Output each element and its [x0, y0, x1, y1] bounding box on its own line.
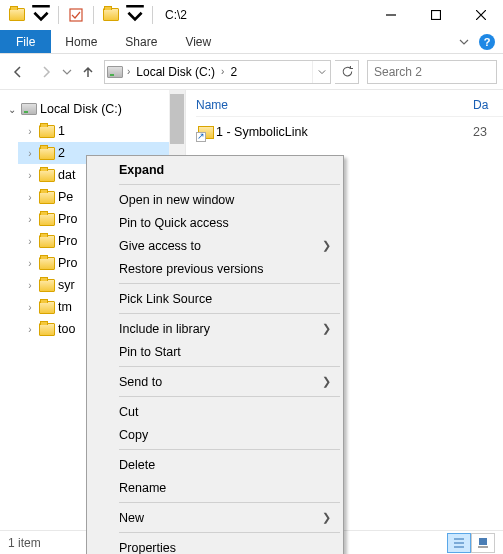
svg-rect-0	[70, 9, 82, 21]
tree-root[interactable]: ⌄ Local Disk (C:)	[0, 98, 185, 120]
chevron-right-icon[interactable]: ›	[24, 302, 36, 313]
scrollbar-thumb[interactable]	[170, 94, 184, 144]
menu-include-library[interactable]: Include in library❯	[89, 317, 341, 340]
tree-item-label: Pe	[58, 190, 73, 204]
menu-restore-versions[interactable]: Restore previous versions	[89, 257, 341, 280]
breadcrumb-folder[interactable]: 2	[226, 61, 241, 83]
file-tab[interactable]: File	[0, 30, 51, 53]
tab-share[interactable]: Share	[111, 30, 171, 53]
menu-separator	[119, 184, 340, 185]
search-box[interactable]	[367, 60, 497, 84]
menu-expand[interactable]: Expand	[89, 158, 341, 181]
chevron-right-icon[interactable]: ›	[125, 66, 132, 77]
menu-separator	[119, 366, 340, 367]
refresh-button[interactable]	[335, 60, 359, 84]
forward-button[interactable]	[34, 60, 58, 84]
ribbon-expand-icon[interactable]	[455, 33, 473, 51]
menu-separator	[119, 502, 340, 503]
menu-give-access[interactable]: Give access to❯	[89, 234, 341, 257]
file-item[interactable]: 1 - SymbolicLink23	[196, 121, 503, 143]
qat-customize-icon[interactable]	[124, 4, 146, 26]
menu-delete[interactable]: Delete	[89, 453, 341, 476]
tree-item-label: dat	[58, 168, 75, 182]
folder-icon	[38, 323, 56, 336]
menu-rename[interactable]: Rename	[89, 476, 341, 499]
chevron-right-icon[interactable]: ›	[24, 236, 36, 247]
minimize-button[interactable]	[368, 0, 413, 30]
menu-cut[interactable]: Cut	[89, 400, 341, 423]
chevron-right-icon[interactable]: ›	[24, 258, 36, 269]
item-count: 1 item	[8, 536, 41, 550]
tree-item-label: tm	[58, 300, 72, 314]
menu-pin-start[interactable]: Pin to Start	[89, 340, 341, 363]
context-menu: Expand Open in new window Pin to Quick a…	[86, 155, 344, 554]
window-controls	[368, 0, 503, 30]
separator	[152, 6, 153, 24]
tree-item-label: syr	[58, 278, 75, 292]
breadcrumb-drive[interactable]: Local Disk (C:)	[132, 61, 219, 83]
chevron-down-icon[interactable]: ⌄	[6, 104, 18, 115]
search-input[interactable]	[372, 64, 503, 80]
menu-open-new-window[interactable]: Open in new window	[89, 188, 341, 211]
menu-copy[interactable]: Copy	[89, 423, 341, 446]
view-toggles	[447, 533, 495, 553]
tree-item-label: 2	[58, 146, 65, 160]
menu-send-to[interactable]: Send to❯	[89, 370, 341, 393]
folder-icon	[38, 125, 56, 138]
tree-item-label: Pro	[58, 234, 77, 248]
recent-locations-icon[interactable]	[62, 60, 72, 84]
menu-pick-link-source[interactable]: Pick Link Source	[89, 287, 341, 310]
menu-pin-quick-access[interactable]: Pin to Quick access	[89, 211, 341, 234]
file-name: 1 - SymbolicLink	[216, 125, 473, 139]
tree-item[interactable]: ›1	[18, 120, 185, 142]
close-button[interactable]	[458, 0, 503, 30]
address-bar[interactable]: › Local Disk (C:) › 2	[104, 60, 331, 84]
app-icon[interactable]	[6, 4, 28, 26]
chevron-right-icon[interactable]: ›	[24, 148, 36, 159]
quick-access-toolbar	[0, 4, 157, 26]
maximize-button[interactable]	[413, 0, 458, 30]
title-bar: C:\2	[0, 0, 503, 30]
details-view-button[interactable]	[447, 533, 471, 553]
tab-view[interactable]: View	[171, 30, 225, 53]
tab-home[interactable]: Home	[51, 30, 111, 53]
column-name[interactable]: Name	[196, 98, 473, 112]
window-title: C:\2	[165, 8, 187, 22]
properties-icon[interactable]	[65, 4, 87, 26]
address-dropdown-icon[interactable]	[312, 61, 330, 83]
menu-separator	[119, 283, 340, 284]
ribbon-tabs: File Home Share View ?	[0, 30, 503, 54]
chevron-right-icon[interactable]: ›	[24, 170, 36, 181]
file-date: 23	[473, 125, 503, 139]
chevron-right-icon[interactable]: ›	[24, 280, 36, 291]
up-button[interactable]	[76, 60, 100, 84]
new-folder-icon[interactable]	[100, 4, 122, 26]
separator	[93, 6, 94, 24]
chevron-right-icon[interactable]: ›	[24, 192, 36, 203]
menu-separator	[119, 532, 340, 533]
menu-properties[interactable]: Properties	[89, 536, 341, 554]
large-icons-view-button[interactable]	[471, 533, 495, 553]
folder-icon	[38, 257, 56, 270]
tree-item-label: 1	[58, 124, 65, 138]
chevron-right-icon[interactable]: ›	[24, 214, 36, 225]
submenu-arrow-icon: ❯	[322, 239, 331, 252]
chevron-right-icon[interactable]: ›	[24, 126, 36, 137]
help-icon[interactable]: ?	[479, 34, 495, 50]
drive-icon	[105, 66, 125, 78]
column-date[interactable]: Da	[473, 98, 503, 112]
folder-icon	[38, 279, 56, 292]
folder-icon	[38, 147, 56, 160]
tree-item-label: Pro	[58, 212, 77, 226]
drive-icon	[20, 103, 38, 115]
qat-dropdown-icon[interactable]	[30, 4, 52, 26]
chevron-right-icon[interactable]: ›	[24, 324, 36, 335]
folder-icon	[38, 191, 56, 204]
back-button[interactable]	[6, 60, 30, 84]
chevron-right-icon[interactable]: ›	[219, 66, 226, 77]
tree-item-label: too	[58, 322, 75, 336]
menu-new[interactable]: New❯	[89, 506, 341, 529]
folder-icon	[38, 213, 56, 226]
symlink-folder-icon	[196, 126, 216, 139]
submenu-arrow-icon: ❯	[322, 375, 331, 388]
